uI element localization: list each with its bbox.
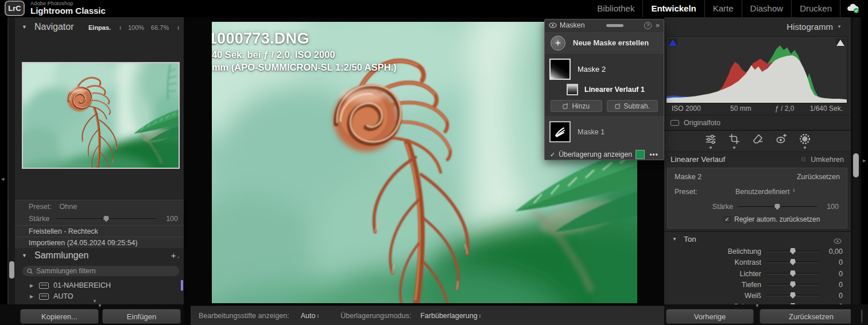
tool-red-eye[interactable]: [774, 133, 788, 149]
slider-label[interactable]: Kontrast: [664, 258, 766, 266]
slider-value[interactable]: 0: [824, 281, 851, 289]
chevron-updown-icon[interactable]: ▴▾: [793, 188, 795, 196]
mask-add-button[interactable]: Hinzu: [551, 100, 602, 112]
expand-right-panel-icon[interactable]: ▶: [863, 158, 866, 163]
overlay-color-swatch[interactable]: [636, 150, 645, 159]
histogram-plot[interactable]: [666, 36, 847, 103]
disclosure-triangle-icon[interactable]: ▼: [837, 24, 842, 29]
chevron-updown-icon[interactable]: ▴▾: [177, 25, 179, 30]
expand-caret-icon[interactable]: ▶: [30, 280, 33, 291]
collections-filter-field[interactable]: [22, 265, 180, 277]
left-scrollbar-thumb[interactable]: [9, 261, 14, 278]
slider-value[interactable]: 0: [824, 292, 851, 300]
belichtung-slider[interactable]: [766, 250, 819, 252]
slider-label[interactable]: Belichtung: [664, 247, 766, 256]
tiefen-slider[interactable]: [766, 284, 819, 285]
slider-thumb[interactable]: [103, 216, 109, 222]
slider-thumb[interactable]: [790, 281, 796, 288]
disclosure-triangle-icon[interactable]: ▼: [22, 253, 27, 258]
expand-caret-icon[interactable]: ▶: [30, 291, 33, 302]
auto-reset-checkbox[interactable]: ✓: [724, 216, 730, 223]
module-entwickeln[interactable]: Entwickeln: [643, 0, 704, 17]
section-eye-icon[interactable]: [834, 236, 842, 246]
kontrast-slider[interactable]: [766, 261, 819, 263]
copy-settings-button[interactable]: Kopieren...: [20, 309, 99, 324]
disclosure-triangle-icon[interactable]: ▼: [672, 237, 677, 242]
mask-reset-link[interactable]: Zurücksetzen: [797, 173, 840, 181]
right-panel-scrollbar[interactable]: [853, 17, 859, 304]
zoom-level-option[interactable]: 66.7%: [151, 24, 169, 31]
lichter-slider[interactable]: [766, 273, 819, 274]
slider-label[interactable]: Tiefen: [664, 281, 766, 289]
chevron-updown-icon[interactable]: ▴▾: [317, 314, 319, 318]
left-panel-scrollbar[interactable]: [9, 17, 15, 304]
preset-value[interactable]: Ohne: [60, 203, 78, 211]
reset-button[interactable]: Zurücksetzen: [760, 309, 863, 324]
add-collection-button[interactable]: +▾: [171, 250, 179, 260]
overlay-mode-dropdown[interactable]: Farbüberlagerung: [420, 312, 477, 320]
tool-edit[interactable]: [704, 133, 718, 149]
shadow-clipping-indicator[interactable]: [668, 38, 677, 47]
slider-label[interactable]: Lichter: [664, 270, 766, 278]
slider-thumb[interactable]: [774, 204, 780, 210]
module-karte[interactable]: Karte: [705, 0, 742, 17]
slider-label[interactable]: Weiß: [664, 292, 766, 300]
collapse-left-panel-icon[interactable]: ◀: [1, 177, 4, 181]
original-photo-row[interactable]: Originalfoto: [664, 115, 851, 130]
navigator-header[interactable]: ▼ Navigator Einpas. ▴▾ 100% 66.7% ▴▾: [7, 21, 184, 36]
zoom-100-option[interactable]: 100%: [128, 24, 144, 31]
module-drucken[interactable]: Drucken: [792, 0, 840, 17]
more-options-icon[interactable]: •••: [649, 150, 658, 158]
mask-subtract-button[interactable]: Subtrah.: [607, 100, 658, 112]
collection-row-nahbereich[interactable]: ▶ 01-NAHBEREICH: [7, 280, 184, 291]
invert-checkbox[interactable]: [800, 156, 807, 162]
navigator-preview[interactable]: [22, 62, 180, 169]
chevron-updown-icon[interactable]: ▴▾: [119, 25, 121, 30]
slider-value[interactable]: 0: [824, 270, 851, 278]
preset-dropdown[interactable]: Benutzerdefiniert ▴▾: [735, 188, 833, 196]
help-icon[interactable]: ?: [644, 22, 652, 29]
collapse-panel-icon[interactable]: »: [656, 21, 660, 29]
chevron-updown-icon[interactable]: ▴▾: [479, 314, 481, 318]
masks-panel-header[interactable]: Masken ? »: [545, 20, 664, 32]
create-mask-row[interactable]: + Neue Maske erstellen: [545, 32, 664, 55]
slider-thumb[interactable]: [790, 248, 796, 254]
edit-pins-dropdown[interactable]: Auto: [301, 312, 316, 320]
slider-thumb[interactable]: [790, 259, 796, 265]
panel-collapse-arrow-icon[interactable]: ▼: [98, 303, 102, 308]
eye-icon[interactable]: [549, 22, 557, 28]
disclosure-triangle-icon[interactable]: ▼: [22, 24, 27, 30]
mask-1-row[interactable]: Maske 1: [545, 121, 664, 142]
weiss-slider[interactable]: [766, 295, 819, 296]
slider-value[interactable]: 0,00: [824, 247, 851, 256]
linear-gradient-component-row[interactable]: Linearer Verlauf 1: [545, 84, 664, 95]
tone-section-header[interactable]: ▼ Ton: [664, 234, 851, 246]
slider-thumb[interactable]: [790, 292, 796, 299]
tool-masking[interactable]: [798, 133, 812, 149]
mask-amount-slider[interactable]: [738, 206, 817, 208]
histogram-header[interactable]: Histogramm ▼: [786, 22, 842, 32]
plus-icon[interactable]: +: [551, 36, 565, 51]
history-step-crop[interactable]: Freistellen - Rechteck: [7, 225, 184, 237]
history-step-import[interactable]: Importieren (24.05.2024 09:25:54): [7, 237, 184, 248]
previous-button[interactable]: Vorherige: [666, 309, 754, 324]
zoom-fit-option[interactable]: Einpas.: [88, 24, 111, 31]
right-scrollbar-thumb[interactable]: [853, 153, 859, 177]
amount-slider[interactable]: [56, 218, 156, 220]
collections-header[interactable]: ▼ Sammlungen +▾: [7, 248, 184, 263]
collections-filter-input[interactable]: [36, 267, 175, 275]
tool-healing[interactable]: [751, 133, 765, 149]
slider-value[interactable]: 0: [824, 258, 851, 266]
mask-2-row[interactable]: Maske 2: [545, 59, 664, 80]
highlight-clipping-indicator[interactable]: [836, 38, 845, 47]
cloud-sync-icon[interactable]: [846, 3, 860, 14]
drag-handle[interactable]: [606, 24, 623, 27]
tool-crop[interactable]: [727, 133, 741, 149]
overlay-checkbox[interactable]: ✓: [550, 151, 555, 158]
panel-collapse-arrow-icon[interactable]: ▼: [755, 303, 760, 308]
paste-settings-button[interactable]: Einfügen: [102, 309, 181, 324]
module-diashow[interactable]: Diashow: [742, 0, 792, 17]
module-bibliothek[interactable]: Bibliothek: [589, 0, 643, 17]
slider-thumb[interactable]: [790, 270, 796, 277]
panel-collapse-arrow-icon[interactable]: ▼: [92, 299, 97, 304]
